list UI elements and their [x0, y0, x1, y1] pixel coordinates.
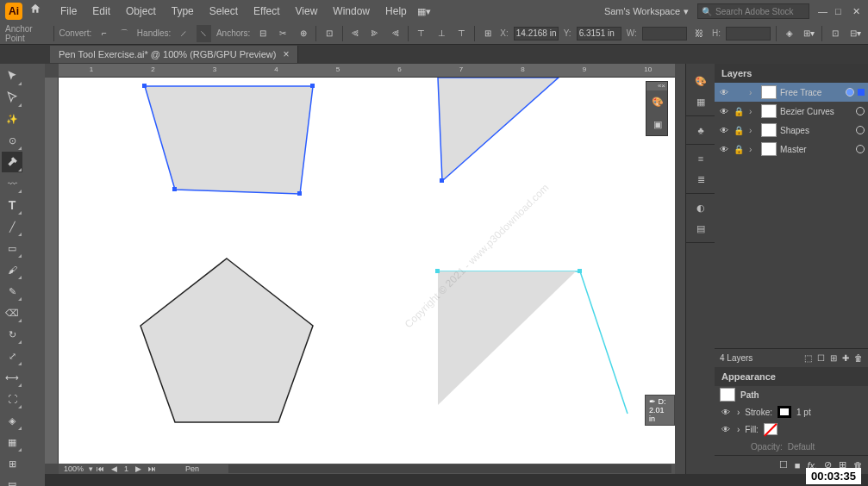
delete-layer-icon[interactable]: 🗑 — [854, 353, 863, 363]
arrange-icon[interactable]: ▦▾ — [415, 3, 433, 20]
direct-selection-tool[interactable] — [2, 87, 22, 108]
ruler-vertical[interactable] — [45, 78, 59, 464]
isolate-group-icon[interactable]: ⊟▾ — [848, 25, 863, 42]
width-tool[interactable]: ⟷ — [2, 367, 22, 388]
appearance-panel-header[interactable]: Appearance — [715, 367, 868, 386]
type-tool[interactable]: T — [2, 195, 22, 215]
nav-next-icon[interactable]: ▶ — [132, 464, 145, 473]
visibility-icon[interactable]: 👁 — [718, 86, 730, 98]
visibility-icon[interactable]: 👁 — [718, 105, 730, 117]
stroke-panel-icon[interactable]: ≡ — [686, 148, 715, 169]
layer-row[interactable]: 👁 🔒 › Master — [715, 140, 868, 159]
new-sublayer-icon[interactable]: ⊞ — [830, 353, 837, 363]
appearance-opacity-row[interactable]: Opacity: Default — [715, 438, 868, 455]
visibility-icon[interactable]: 👁 — [718, 143, 730, 155]
layer-name[interactable]: Shapes — [780, 126, 852, 135]
add-fill-icon[interactable]: ■ — [795, 460, 801, 470]
h-input[interactable] — [726, 27, 771, 40]
isolate-icon[interactable]: ⊡ — [322, 25, 336, 42]
make-clip-icon[interactable]: ☐ — [817, 353, 825, 363]
ruler-horizontal[interactable]: 1 2 3 4 5 6 7 8 9 10 — [59, 64, 675, 78]
convert-corner-icon[interactable]: ⌐ — [97, 25, 111, 42]
shaper-tool[interactable]: ✎ — [2, 281, 22, 302]
vertical-scrollbar[interactable] — [675, 78, 685, 464]
anchor-point[interactable] — [172, 187, 177, 191]
lock-icon[interactable]: 🔒 — [734, 107, 746, 116]
eraser-tool[interactable]: ⌫ — [2, 302, 22, 323]
layer-row[interactable]: 👁 🔒 › Bezier Curves — [715, 102, 868, 121]
close-button[interactable]: ✕ — [852, 6, 863, 16]
w-input[interactable] — [642, 27, 687, 40]
zoom-level[interactable]: 100% — [59, 464, 89, 473]
menu-select[interactable]: Select — [203, 2, 245, 21]
search-input[interactable]: 🔍 Search Adobe Stock — [697, 3, 809, 19]
pen-tool[interactable] — [2, 152, 22, 172]
anchor-point[interactable] — [578, 269, 582, 273]
align-right-icon[interactable]: ⫷ — [388, 25, 403, 42]
scale-tool[interactable]: ⤢ — [2, 346, 22, 366]
minimize-button[interactable]: — — [818, 6, 828, 16]
expand-icon[interactable]: › — [749, 145, 758, 154]
layer-name[interactable]: Free Trace — [780, 88, 842, 97]
visibility-icon[interactable]: 👁 — [718, 124, 730, 136]
horizontal-scrollbar[interactable] — [228, 464, 671, 473]
menu-help[interactable]: Help — [378, 2, 414, 21]
align-vcenter-icon[interactable]: ⊥ — [434, 25, 448, 42]
expand-icon[interactable]: › — [737, 408, 740, 417]
lock-icon[interactable]: 🔒 — [734, 126, 746, 135]
stroke-weight[interactable]: 1 pt — [796, 408, 811, 417]
crop-icon[interactable]: ▣ — [646, 113, 669, 135]
layer-name[interactable]: Bezier Curves — [780, 107, 852, 116]
menu-edit[interactable]: Edit — [85, 2, 117, 21]
appearance-stroke-row[interactable]: 👁 › Stroke: 1 pt — [715, 403, 868, 421]
expand-icon[interactable]: › — [749, 126, 758, 135]
anchor-remove-icon[interactable]: ⊟ — [255, 25, 270, 42]
symbols-panel-icon[interactable]: ♣ — [686, 120, 715, 140]
gradient-tool[interactable]: ▤ — [2, 475, 22, 486]
target-icon[interactable] — [846, 88, 854, 97]
align-to-icon[interactable]: ⊞▾ — [802, 25, 816, 42]
magic-wand-tool[interactable]: ✨ — [2, 109, 22, 129]
nav-prev-icon[interactable]: ◀ — [108, 464, 121, 473]
expand-icon[interactable]: › — [749, 88, 758, 97]
locate-layer-icon[interactable]: ⬚ — [804, 353, 812, 363]
recolor-icon[interactable]: 🎨 — [646, 90, 669, 113]
maximize-button[interactable]: □ — [835, 6, 846, 16]
link-wh-icon[interactable]: ⛓ — [692, 25, 707, 42]
paintbrush-tool[interactable]: 🖌 — [2, 259, 22, 280]
expand-icon[interactable]: › — [749, 107, 758, 116]
expand-icon[interactable]: › — [737, 425, 740, 434]
shape-builder-tool[interactable]: ◈ — [2, 410, 22, 431]
stroke-color-swatch[interactable] — [777, 406, 791, 418]
target-icon[interactable] — [856, 145, 865, 153]
convert-smooth-icon[interactable]: ⌒ — [117, 25, 132, 42]
handle-icon-2[interactable]: ⟍ — [197, 25, 211, 42]
layer-row[interactable]: 👁 🔒 › Shapes — [715, 121, 868, 140]
gradient-panel-icon[interactable]: ▤ — [686, 218, 715, 239]
canvas[interactable]: Copyright © 2021 - www.p30download.com «… — [59, 78, 675, 464]
lasso-tool[interactable]: ⊙ — [2, 130, 22, 151]
add-stroke-icon[interactable]: ☐ — [779, 459, 788, 470]
align-hcenter-icon[interactable]: ⫸ — [368, 25, 383, 42]
tab-close-icon[interactable]: × — [283, 48, 289, 60]
y-input[interactable] — [577, 27, 621, 40]
anchor-point[interactable] — [440, 178, 444, 183]
align-top-icon[interactable]: ⊤ — [414, 25, 428, 42]
nav-first-icon[interactable]: ⏮ — [93, 464, 108, 473]
menu-object[interactable]: Object — [119, 2, 163, 21]
transform-icon[interactable]: ⊡ — [827, 25, 842, 42]
visibility-icon[interactable]: 👁 — [720, 423, 732, 435]
curvature-tool[interactable]: 〰 — [2, 173, 22, 194]
align-bottom-icon[interactable]: ⊤ — [454, 25, 469, 42]
workspace-selector[interactable]: Sam's Workspace ▾ — [597, 4, 696, 19]
anchor-point[interactable] — [142, 84, 147, 88]
document-tab[interactable]: Pen Tool Exercise.ai* @ 100% (RGB/GPU Pr… — [50, 46, 298, 63]
visibility-icon[interactable]: 👁 — [720, 406, 732, 418]
shape-pentagon[interactable] — [141, 259, 313, 422]
home-icon[interactable] — [29, 3, 47, 20]
brushes-panel-icon[interactable]: ≣ — [686, 169, 715, 190]
swatches-panel-icon[interactable]: ▦ — [686, 91, 715, 112]
fill-color-swatch[interactable] — [764, 423, 777, 435]
perspective-tool[interactable]: ▦ — [2, 432, 22, 452]
close-icon[interactable]: × — [661, 82, 665, 90]
